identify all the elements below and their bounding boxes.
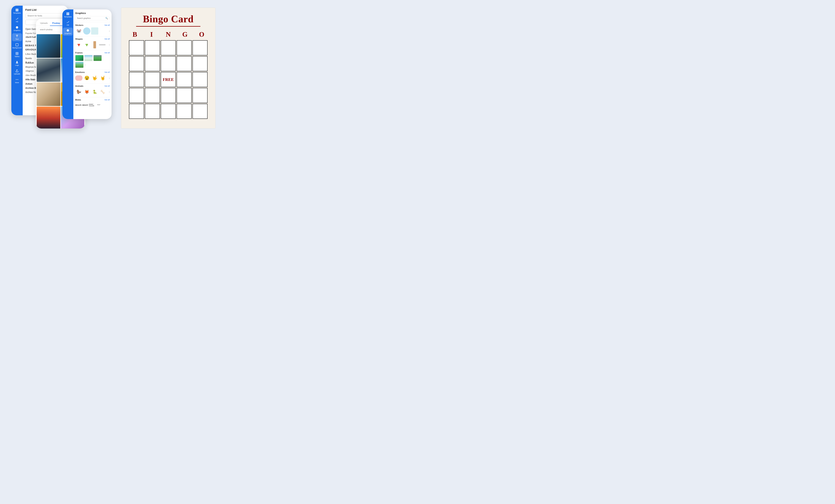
- shape-rect[interactable]: [91, 41, 98, 48]
- bingo-cell[interactable]: [177, 56, 192, 71]
- photo-item[interactable]: [37, 82, 60, 106]
- tab-uploads[interactable]: Uploads: [38, 20, 50, 26]
- bingo-card: Bingo Card B I N G O FREE: [121, 7, 216, 128]
- animal-fox[interactable]: 🦊: [83, 88, 90, 96]
- svg-rect-13: [68, 14, 69, 15]
- bingo-cell[interactable]: [129, 72, 144, 87]
- svg-point-4: [16, 26, 18, 28]
- bingo-cell[interactable]: [161, 88, 176, 103]
- bingo-cell[interactable]: [192, 104, 208, 119]
- gs-item-templates[interactable]: Templates: [63, 11, 73, 19]
- sticker-item[interactable]: [91, 27, 98, 35]
- bingo-cell[interactable]: [145, 40, 160, 55]
- blob-insert[interactable]: INSERT TAGLINE: [89, 102, 95, 108]
- blob-dragon1[interactable]: DRAGON: [75, 102, 81, 108]
- blob-squiggle[interactable]: 〰: [96, 102, 102, 108]
- sidebar-item-tables[interactable]: Tables: [12, 51, 22, 59]
- sidebar-item-templates[interactable]: Templates: [12, 7, 22, 15]
- stickers-see-all[interactable]: See all: [104, 24, 110, 26]
- svg-rect-3: [17, 10, 18, 11]
- frame-item[interactable]: [94, 55, 102, 61]
- shape-heart-green[interactable]: ♥: [83, 41, 90, 48]
- blobs-see-all[interactable]: See all: [104, 99, 110, 101]
- blob-dragon2[interactable]: DRAGON: [82, 102, 88, 108]
- bingo-grid: FREE: [129, 40, 208, 119]
- emotion-blob[interactable]: [75, 76, 82, 81]
- frame-item[interactable]: [84, 55, 93, 61]
- shapes-label: Shapes: [75, 38, 83, 40]
- emotion-party[interactable]: 🤟: [91, 75, 98, 82]
- bingo-letter-i: I: [144, 30, 159, 38]
- bingo-letters: B I N G O: [126, 30, 210, 38]
- chevron-right-icon: ›: [85, 64, 85, 66]
- bingo-cell[interactable]: [177, 72, 192, 87]
- animals-see-all[interactable]: See all: [104, 85, 110, 87]
- sidebar-item-fill[interactable]: Fill: [12, 16, 22, 24]
- bingo-cell[interactable]: [192, 88, 208, 103]
- bingo-cell[interactable]: [129, 104, 144, 119]
- bingo-cell[interactable]: [161, 40, 176, 55]
- bingo-letter-n: N: [161, 30, 176, 38]
- bingo-cell[interactable]: [192, 40, 208, 55]
- bingo-cell[interactable]: [161, 56, 176, 71]
- shape-heart[interactable]: ♥: [75, 41, 82, 48]
- animal-squirrel[interactable]: 🦫: [75, 88, 82, 96]
- chevron-right-icon: ›: [109, 77, 110, 79]
- bingo-cell-free[interactable]: FREE: [161, 72, 176, 87]
- frame-item[interactable]: [75, 55, 84, 61]
- bingo-cell[interactable]: [145, 104, 160, 119]
- shape-item[interactable]: [99, 44, 105, 45]
- blobs-section: Blobs See all DRAGON DRAGON INSERT TAGLI…: [73, 98, 111, 109]
- search-icon: 🔍: [105, 17, 108, 19]
- photo-item[interactable]: [37, 58, 60, 82]
- photo-item[interactable]: [37, 107, 60, 129]
- sidebar-item-uploads[interactable]: Uploads: [12, 68, 22, 76]
- sidebar-item-text[interactable]: Text: [12, 33, 22, 41]
- animal-snake[interactable]: 🐍: [91, 88, 98, 96]
- photo-item[interactable]: [37, 34, 60, 58]
- bingo-cell[interactable]: [177, 40, 192, 55]
- shapes-see-all[interactable]: See all: [104, 38, 110, 40]
- sticker-item[interactable]: 🐭: [75, 27, 82, 35]
- sidebar-item-logo[interactable]: Logo: [12, 59, 22, 67]
- bingo-cell[interactable]: [129, 40, 144, 55]
- bingo-letter-b: B: [127, 30, 142, 38]
- emotion-dizzy[interactable]: 😵: [83, 75, 90, 82]
- graphics-search: 🔍: [75, 16, 110, 20]
- bingo-cell[interactable]: [145, 72, 160, 87]
- svg-rect-11: [68, 13, 69, 14]
- gs-item-graphics[interactable]: Graphics: [63, 27, 73, 36]
- bingo-cell[interactable]: [145, 88, 160, 103]
- sidebar-item-more[interactable]: More: [12, 77, 22, 85]
- bingo-cell[interactable]: [177, 104, 192, 119]
- font-name-opensans: Open Sans: [25, 28, 37, 30]
- sidebar-item-background[interactable]: Background: [12, 42, 22, 50]
- graphics-sidebar: Templates Fill Graphics: [62, 9, 73, 119]
- emotions-see-all[interactable]: See all: [104, 71, 110, 73]
- svg-point-9: [18, 79, 18, 80]
- sidebar: Templates Fill Graphics Text Background …: [11, 6, 23, 115]
- bingo-cell[interactable]: [129, 56, 144, 71]
- graphics-sections: Stickers See all 🐭 › Shapes See a: [73, 22, 111, 110]
- bingo-cell[interactable]: [192, 72, 208, 87]
- gs-item-fill[interactable]: Fill: [63, 19, 73, 27]
- tab-pixabay[interactable]: Pixabay: [50, 20, 62, 26]
- bingo-cell[interactable]: [129, 88, 144, 103]
- bingo-cell[interactable]: [192, 56, 208, 71]
- frames-see-all[interactable]: See all: [104, 52, 110, 54]
- bingo-cell[interactable]: [145, 56, 160, 71]
- svg-point-14: [67, 29, 69, 31]
- chevron-right-icon: ›: [109, 30, 110, 32]
- sidebar-label-text: Text: [16, 38, 19, 40]
- frame-item[interactable]: [75, 62, 84, 68]
- sidebar-item-graphics[interactable]: Graphics: [12, 25, 22, 33]
- svg-rect-1: [17, 9, 18, 10]
- bingo-cell[interactable]: [177, 88, 192, 103]
- font-search-input[interactable]: [25, 13, 65, 18]
- sticker-item[interactable]: [83, 27, 90, 35]
- graphics-search-input[interactable]: [77, 17, 104, 19]
- animal-bone[interactable]: 🦴: [99, 88, 106, 96]
- bingo-cell[interactable]: [161, 104, 176, 119]
- sidebar-label-fill: Fill: [16, 21, 18, 23]
- emotion-horns[interactable]: 🤘: [99, 75, 106, 82]
